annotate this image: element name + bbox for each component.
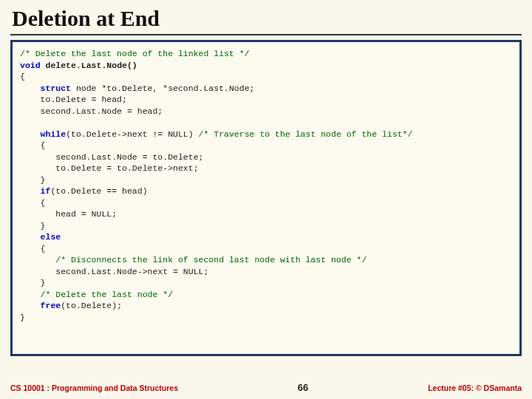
footer-course: CS 10001 : Programming and Data Structur… [10,383,178,392]
code-text: (to.Delete == head) [50,186,147,196]
code-kw: if [20,186,50,196]
slide-title: Deletion at End [10,4,522,33]
code-line: { [20,198,46,208]
code-line: second.Last.Node = head; [20,106,163,116]
footer: CS 10001 : Programming and Data Structur… [10,382,522,393]
code-kw: while [20,129,66,139]
code-line: } [20,175,46,185]
code-comment: /* Disconnects the link of second last n… [20,255,366,265]
code-kw: free [20,301,61,310]
code-text: delete.Last.Node() [41,61,137,70]
code-line: /* Delete the last node of the linked li… [20,49,250,58]
code-comment: /* Delete the last node */ [20,290,173,299]
code-line: { [20,72,25,81]
code-text: (to.Delete); [61,301,122,310]
code-line: } [20,313,25,322]
title-wrap: Deletion at End [10,4,522,35]
code-line: to.Delete = head; [20,95,127,104]
code-kw: else [20,232,61,242]
code-line: { [20,140,46,150]
footer-credit: Lecture #05: © DSamanta [428,383,522,392]
code-text: node *to.Delete, *second.Last.Node; [71,83,254,93]
code-kw: void [20,61,41,70]
code-kw: struct [20,83,71,93]
slide: Deletion at End /* Delete the last node … [0,0,532,399]
code-text: (to.Delete->next != NULL) [66,129,198,139]
code-line: to.Delete = to.Delete->next; [20,163,199,173]
code-line: } [20,221,46,231]
code-block: /* Delete the last node of the linked li… [10,40,522,356]
code-comment: /* Traverse to the last node of the list… [199,129,413,139]
code-line: } [20,278,46,287]
page-number: 66 [298,382,308,393]
code-line: second.Last.Node = to.Delete; [20,152,203,162]
code-line: second.Last.Node->next = NULL; [20,267,208,276]
code-line: head = NULL; [20,209,117,219]
code-line: { [20,244,46,253]
